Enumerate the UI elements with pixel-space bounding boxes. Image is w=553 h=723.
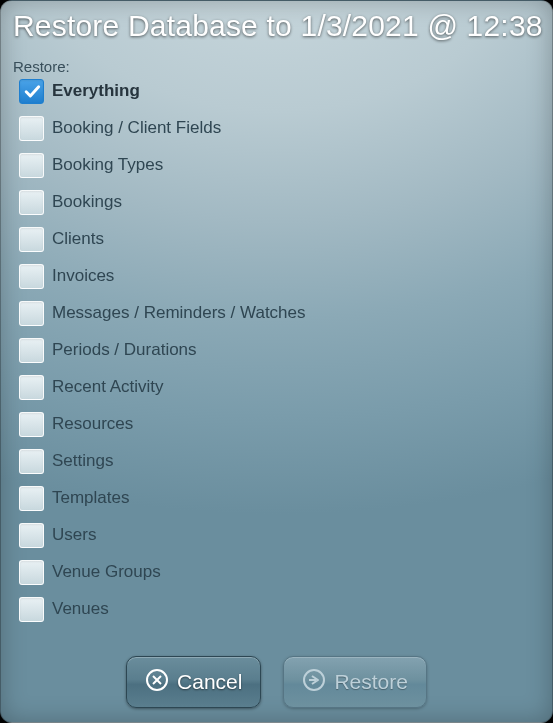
cancel-icon [145,668,169,697]
checkbox-users[interactable] [19,523,44,548]
cancel-button[interactable]: Cancel [126,656,261,708]
checkbox-venues[interactable] [19,597,44,622]
checkbox-label: Invoices [52,266,114,286]
checkbox-label: Messages / Reminders / Watches [52,303,306,323]
restore-label: Restore [334,670,408,694]
restore-option-settings[interactable]: Settings [19,449,540,474]
checkbox-label: Resources [52,414,133,434]
restore-options-list: EverythingBooking / Client FieldsBooking… [13,79,540,622]
checkbox-invoices[interactable] [19,264,44,289]
restore-option-booking-types[interactable]: Booking Types [19,153,540,178]
checkbox-label: Booking Types [52,155,163,175]
restore-option-bookings[interactable]: Bookings [19,190,540,215]
restore-option-templates[interactable]: Templates [19,486,540,511]
restore-dialog: Restore Database to 1/3/2021 @ 12:38 Res… [0,0,553,723]
restore-option-resources[interactable]: Resources [19,412,540,437]
checkbox-label: Recent Activity [52,377,164,397]
checkbox-settings[interactable] [19,449,44,474]
checkbox-clients[interactable] [19,227,44,252]
restore-option-periods-durations[interactable]: Periods / Durations [19,338,540,363]
restore-option-venues[interactable]: Venues [19,597,540,622]
dialog-title: Restore Database to 1/3/2021 @ 12:38 [1,1,552,54]
checkbox-bookings[interactable] [19,190,44,215]
checkbox-label: Venues [52,599,109,619]
cancel-label: Cancel [177,670,242,694]
checkbox-label: Periods / Durations [52,340,197,360]
restore-option-venue-groups[interactable]: Venue Groups [19,560,540,585]
checkbox-venue-groups[interactable] [19,560,44,585]
restore-option-booking-client-fields[interactable]: Booking / Client Fields [19,116,540,141]
restore-icon [302,668,326,697]
restore-option-invoices[interactable]: Invoices [19,264,540,289]
checkbox-recent-activity[interactable] [19,375,44,400]
restore-option-clients[interactable]: Clients [19,227,540,252]
checkbox-messages-reminders-watches[interactable] [19,301,44,326]
checkbox-label: Templates [52,488,129,508]
checkbox-resources[interactable] [19,412,44,437]
checkbox-everything[interactable] [19,79,44,104]
checkbox-templates[interactable] [19,486,44,511]
checkbox-label: Bookings [52,192,122,212]
checkbox-booking-types[interactable] [19,153,44,178]
checkbox-booking-client-fields[interactable] [19,116,44,141]
restore-option-messages-reminders-watches[interactable]: Messages / Reminders / Watches [19,301,540,326]
restore-option-everything[interactable]: Everything [19,79,540,104]
checkbox-periods-durations[interactable] [19,338,44,363]
checkbox-label: Everything [52,81,140,101]
checkbox-label: Users [52,525,96,545]
restore-option-users[interactable]: Users [19,523,540,548]
checkbox-label: Clients [52,229,104,249]
restore-section-label: Restore: [13,58,540,75]
restore-option-recent-activity[interactable]: Recent Activity [19,375,540,400]
button-bar: Cancel Restore [1,646,552,722]
checkbox-label: Settings [52,451,113,471]
dialog-content: Restore: EverythingBooking / Client Fiel… [1,54,552,647]
restore-button[interactable]: Restore [283,656,427,708]
checkbox-label: Booking / Client Fields [52,118,221,138]
checkbox-label: Venue Groups [52,562,161,582]
